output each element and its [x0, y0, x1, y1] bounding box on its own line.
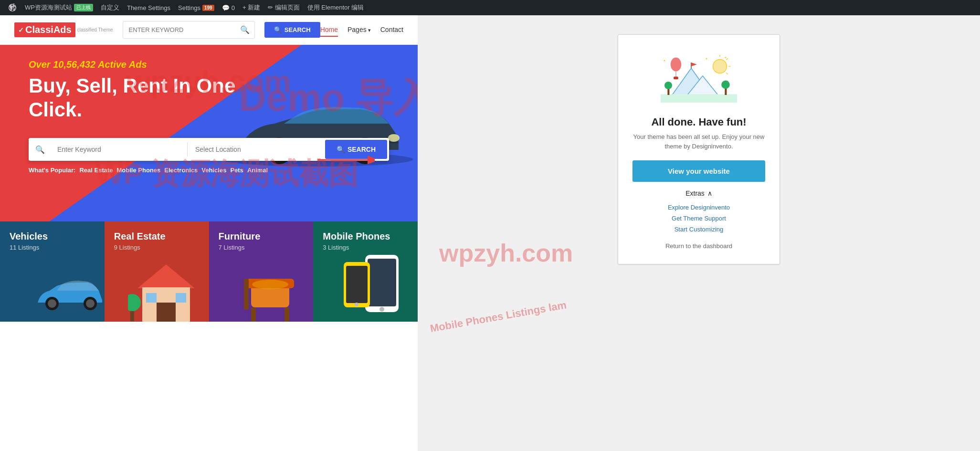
popular-mobile-phones[interactable]: Mobile Phones [117, 167, 161, 174]
svg-marker-15 [137, 264, 195, 288]
extras-links-section: Explore Designinvento Get Theme Support … [632, 204, 765, 233]
popular-pets[interactable]: Pets [230, 167, 243, 174]
return-to-dashboard-link[interactable]: Return to the dashboard [632, 242, 765, 250]
explore-designinvento-link[interactable]: Explore Designinvento [668, 204, 730, 211]
hero-search-button[interactable]: 🔍 SEARCH [325, 140, 387, 159]
setup-illustration [661, 49, 737, 106]
popular-electronics[interactable]: Electronics [164, 167, 198, 174]
site-navigation: Home Pages Contact [320, 23, 403, 37]
header-search-button[interactable]: 🔍 SEARCH [264, 22, 320, 38]
elementor-edit-item[interactable]: 使用 Elementor 编辑 [304, 0, 368, 15]
svg-rect-18 [146, 293, 157, 303]
new-label: + 新建 [242, 3, 260, 12]
customize-item[interactable]: 自定义 [97, 0, 123, 15]
settings-label: Settings [178, 4, 200, 11]
svg-rect-17 [157, 303, 176, 322]
online-badge: 已上线 [74, 4, 93, 11]
svg-point-7 [388, 134, 400, 142]
hero-location-input[interactable] [188, 141, 325, 158]
popular-animal[interactable]: Animal [247, 167, 268, 174]
elementor-label: 使用 Elementor 编辑 [307, 3, 364, 12]
svg-point-12 [48, 299, 56, 308]
svg-point-14 [86, 299, 95, 308]
category-mobile-phones-count: 3 Listings [323, 244, 390, 251]
setup-title: All done. Have fun! [632, 116, 765, 128]
svg-rect-24 [251, 307, 256, 322]
category-real-estate-content: Real Estate 9 Listings [114, 231, 166, 251]
category-vehicles-count: 11 Listings [10, 244, 48, 251]
nav-pages[interactable]: Pages [348, 23, 371, 37]
hero-subtitle: Over 10,56,432 Active Ads [29, 59, 291, 70]
settings-counter: 199 [202, 5, 214, 11]
comments-count: 0 [232, 4, 235, 11]
svg-line-38 [727, 58, 728, 60]
extras-toggle[interactable]: Extras ∧ [632, 189, 765, 197]
hero-search-bar: 🔍 🔍 SEARCH [29, 138, 389, 161]
category-vehicles-content: Vehicles 11 Listings [10, 231, 48, 251]
hero-keyword-input[interactable] [50, 141, 187, 158]
header-search-icon-btn: 🔍 [274, 26, 282, 33]
wp-admin-bar: WP资源海测试站 已上线 自定义 Theme Settings Settings… [0, 0, 980, 15]
setup-illustration-container [632, 49, 765, 106]
hero-search-btn-label: SEARCH [348, 146, 376, 153]
svg-rect-25 [285, 307, 289, 322]
hero-keyword-icon: 🔍 [31, 140, 50, 159]
theme-settings-label: Theme Settings [127, 4, 170, 11]
popular-real-estate[interactable]: Real Estate [79, 167, 113, 174]
header-search-icon[interactable]: 🔍 [235, 21, 254, 38]
category-real-estate-count: 9 Listings [114, 244, 166, 251]
svg-point-27 [252, 280, 288, 289]
header-keyword-input[interactable] [123, 22, 235, 37]
popular-links-section: What's Popular: Real Estate Mobile Phone… [29, 167, 389, 174]
view-website-button[interactable]: View your website [632, 160, 765, 182]
svg-point-21 [128, 294, 141, 311]
nav-home[interactable]: Home [320, 23, 338, 37]
site-name-item[interactable]: WP资源海测试站 已上线 [21, 0, 97, 15]
get-theme-support-link[interactable]: Get Theme Support [672, 215, 726, 222]
extras-label: Extras [685, 189, 705, 197]
category-vehicles-title: Vehicles [10, 231, 48, 242]
wp-logo-item[interactable] [4, 0, 21, 15]
setup-complete-panel: All done. Have fun! Your theme has been … [418, 15, 980, 451]
edit-page-label: ✏ 编辑页面 [268, 3, 300, 12]
customize-label: 自定义 [101, 3, 119, 12]
theme-settings-item[interactable]: Theme Settings [123, 0, 174, 15]
category-vehicles[interactable]: Vehicles 11 Listings [0, 221, 105, 322]
svg-point-36 [713, 60, 727, 73]
svg-rect-32 [346, 266, 368, 303]
vehicles-image [28, 260, 105, 322]
site-name-label: WP资源海测试站 [25, 3, 72, 12]
new-item[interactable]: + 新建 [239, 0, 264, 15]
category-cards: Vehicles 11 Listings Real Estate 9 Listi… [0, 221, 418, 322]
category-real-estate[interactable]: Real Estate 9 Listings [105, 221, 209, 322]
edit-page-item[interactable]: ✏ 编辑页面 [264, 0, 304, 15]
hero-content: Over 10,56,432 Active Ads Buy, Sell, Ren… [29, 59, 291, 122]
start-customizing-link[interactable]: Start Customizing [674, 226, 724, 233]
svg-point-53 [664, 60, 665, 61]
real-estate-image [128, 255, 204, 322]
site-header: ✓ ClassiAds classified Theme 🔍 🔍 SEARCH … [0, 15, 418, 45]
svg-point-33 [355, 303, 358, 306]
svg-point-52 [725, 57, 726, 58]
category-real-estate-title: Real Estate [114, 231, 166, 242]
svg-rect-26 [244, 279, 249, 310]
comments-icon: 💬 [222, 4, 230, 11]
hero-search-btn-icon: 🔍 [337, 146, 345, 153]
category-mobile-phones-content: Mobile Phones 3 Listings [323, 231, 390, 251]
furniture-image [232, 255, 308, 322]
svg-rect-46 [661, 94, 737, 103]
svg-rect-19 [176, 293, 186, 303]
popular-vehicles[interactable]: Vehicles [201, 167, 226, 174]
setup-description: Your theme has been all set up. Enjoy yo… [632, 132, 765, 151]
nav-contact[interactable]: Contact [380, 23, 403, 37]
svg-point-41 [671, 58, 681, 72]
category-furniture[interactable]: Furniture 7 Listings [209, 221, 314, 322]
svg-line-40 [727, 73, 728, 74]
comments-item[interactable]: 💬 0 [218, 0, 239, 15]
header-search-bar: 🔍 [123, 21, 255, 39]
settings-item[interactable]: Settings 199 [174, 0, 218, 15]
logo-box: ✓ ClassiAds [14, 22, 75, 37]
category-mobile-phones[interactable]: Mobile Phones 3 Listings [313, 221, 418, 322]
category-furniture-content: Furniture 7 Listings [219, 231, 261, 251]
svg-point-50 [721, 81, 730, 89]
